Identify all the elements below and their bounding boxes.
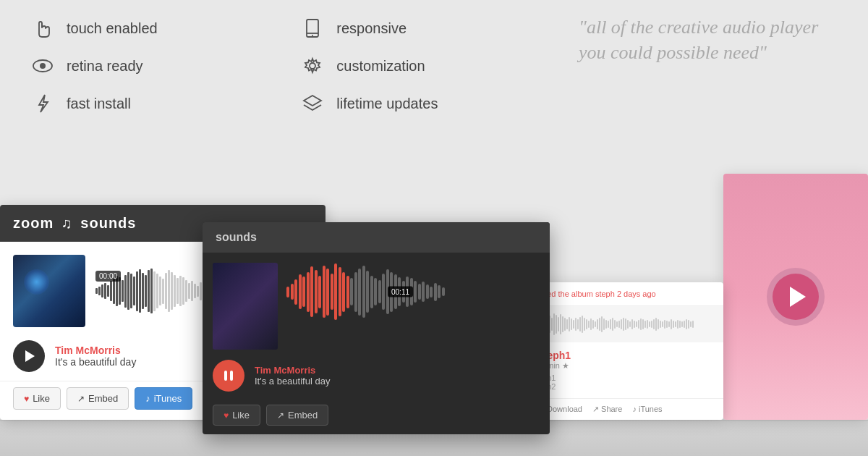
waveform3-bar bbox=[558, 317, 559, 332]
waveform2-bar bbox=[350, 278, 353, 305]
waveform3-bar bbox=[608, 321, 609, 328]
features-col-2: responsive customization lifetime update… bbox=[299, 14, 569, 138]
layers-icon bbox=[299, 90, 326, 117]
tablet-icon bbox=[299, 14, 326, 42]
waveform3-bar bbox=[686, 319, 687, 329]
waveform3-bar bbox=[692, 321, 694, 328]
player3-activity: aded the album steph 2 days ago bbox=[528, 282, 723, 306]
waveform1-bar bbox=[185, 280, 187, 302]
player1-play-button[interactable] bbox=[13, 340, 45, 372]
waveform2-bar bbox=[323, 266, 326, 318]
waveform1-bar bbox=[176, 278, 179, 304]
waveform1-bar bbox=[104, 283, 106, 299]
waveform1-bar bbox=[159, 276, 161, 305]
waveform2-bar bbox=[334, 263, 337, 320]
waveform1-bar bbox=[136, 271, 138, 311]
svg-rect-4 bbox=[307, 20, 318, 37]
waveform3-bar bbox=[551, 318, 553, 331]
waveform2-bar bbox=[346, 276, 349, 308]
waveform3-bar bbox=[636, 321, 637, 327]
player1-album-art bbox=[13, 255, 85, 327]
player3-itunes[interactable]: ♪ iTunes bbox=[632, 405, 662, 414]
waveform3-bar bbox=[651, 321, 652, 328]
player1-embed-button[interactable]: ↗ Embed bbox=[67, 387, 129, 410]
waveform1-bar bbox=[101, 284, 103, 297]
player2-track-row: Tim McMorris It's a beautiful day bbox=[203, 360, 550, 399]
pause-icon bbox=[224, 371, 233, 381]
waveform1-bar bbox=[145, 275, 147, 307]
waveform3-bar bbox=[601, 316, 603, 332]
svg-marker-8 bbox=[304, 96, 321, 106]
player2-time: 00:11 bbox=[388, 287, 413, 297]
waveform3-bar bbox=[684, 321, 685, 328]
player3-waveform bbox=[528, 306, 723, 342]
waveform1-bar bbox=[150, 269, 153, 313]
svg-point-6 bbox=[312, 35, 313, 36]
waveform3-bar bbox=[584, 318, 585, 331]
waveform3-bar bbox=[666, 321, 668, 328]
waveform3-bar bbox=[562, 316, 563, 332]
waveform3-bar bbox=[653, 319, 655, 329]
customization-label: customization bbox=[336, 58, 425, 75]
waveform3-bar bbox=[564, 318, 566, 331]
gear-icon bbox=[299, 52, 326, 80]
waveform3-bar bbox=[662, 321, 663, 327]
waveform2-bar bbox=[378, 280, 381, 303]
player4-play-button[interactable] bbox=[767, 268, 825, 326]
player1-itunes-button[interactable]: ♪ iTunes bbox=[135, 387, 192, 410]
waveform1-bar bbox=[95, 288, 98, 294]
waveform3-bar bbox=[690, 321, 692, 327]
waveform3-bar bbox=[688, 320, 689, 329]
waveform3-bar bbox=[560, 314, 561, 334]
waveform2-bar bbox=[302, 276, 305, 307]
player3-share[interactable]: ↗ Share bbox=[592, 405, 622, 414]
waveform2-bar bbox=[315, 270, 318, 313]
player1-like-button[interactable]: ♥ Like bbox=[13, 387, 61, 410]
waveform3-bar bbox=[569, 317, 570, 332]
waveform3-bar bbox=[603, 318, 605, 330]
waveform3-bar bbox=[575, 318, 576, 331]
feature-touch-enabled: touch enabled bbox=[29, 14, 299, 42]
waveform3-bar bbox=[553, 313, 555, 335]
feature-responsive: responsive bbox=[299, 14, 569, 42]
waveform3-bar bbox=[577, 319, 579, 329]
waveform2-bar bbox=[382, 274, 385, 310]
waveform1-bar bbox=[130, 274, 132, 308]
player3-time-ago: 2 days ago bbox=[617, 290, 656, 298]
share-icon-3: ↗ bbox=[592, 405, 599, 413]
waveform2-bar bbox=[299, 274, 302, 309]
player2-like-button[interactable]: ♥ Like bbox=[213, 405, 260, 426]
waveform1-bar bbox=[162, 279, 164, 304]
waveform2-bar bbox=[326, 269, 329, 316]
feature-customization: customization bbox=[299, 52, 569, 80]
waveform2-bar bbox=[307, 272, 310, 312]
player2-header: sounds bbox=[203, 222, 550, 253]
heart-icon: ♥ bbox=[24, 394, 29, 404]
player2-pause-button[interactable] bbox=[213, 360, 244, 392]
waveform1-bar bbox=[133, 276, 135, 305]
waveform1-bar bbox=[98, 287, 101, 295]
star-icon: ★ bbox=[562, 361, 569, 370]
player1-like-label: Like bbox=[33, 393, 50, 404]
player3-username: steph1 bbox=[538, 350, 713, 361]
waveform1-bar bbox=[197, 286, 199, 297]
waveform1-bar bbox=[153, 271, 156, 311]
waveform3-bar bbox=[614, 320, 616, 329]
waveform3-bar bbox=[673, 321, 674, 328]
waveform2-bar bbox=[310, 266, 313, 317]
waveform2-bar bbox=[426, 284, 429, 299]
play-icon-pink bbox=[790, 287, 806, 307]
waveform2-bar bbox=[374, 278, 377, 305]
waveform1-bar bbox=[179, 276, 182, 306]
waveform3-bar bbox=[671, 319, 672, 329]
player3: aded the album steph 2 days ago steph1 a… bbox=[528, 282, 723, 420]
player2-embed-button[interactable]: ↗ Embed bbox=[266, 405, 328, 426]
waveform3-bar bbox=[612, 318, 613, 331]
player2-like-label: Like bbox=[232, 410, 250, 421]
quote-section: "all of the creative audio player you co… bbox=[579, 14, 825, 65]
waveform3-bar bbox=[588, 321, 590, 328]
waveform1-bar bbox=[174, 275, 176, 307]
waveform2-bar bbox=[370, 276, 373, 308]
waveform3-bar bbox=[660, 321, 661, 328]
player4 bbox=[723, 174, 868, 420]
